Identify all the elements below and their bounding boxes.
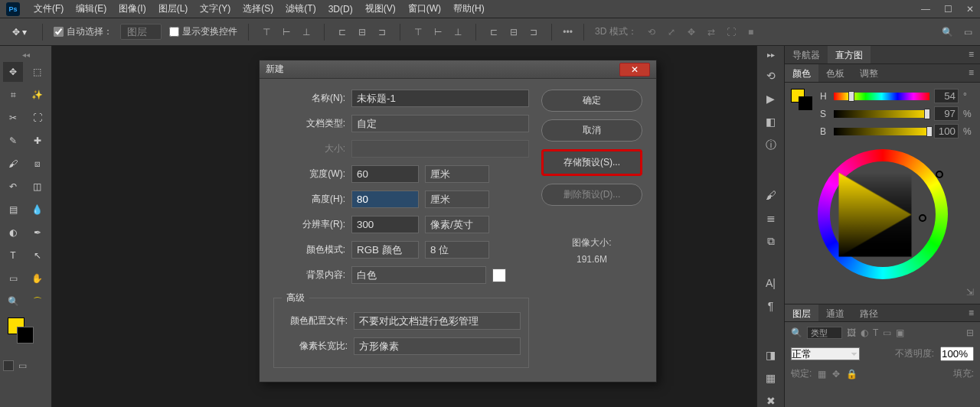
- type-tool[interactable]: T: [3, 246, 23, 265]
- toolbox-collapse[interactable]: ◂◂: [3, 50, 48, 59]
- actions-panel-icon[interactable]: ▶: [766, 93, 775, 105]
- bg-chip[interactable]: [799, 96, 812, 110]
- dialog-close-button[interactable]: ✕: [619, 63, 650, 77]
- maximize-icon[interactable]: ☐: [944, 4, 952, 15]
- filter-search-icon[interactable]: 🔍: [791, 327, 802, 338]
- eyedropper-tool[interactable]: ✎: [3, 131, 23, 151]
- width-input[interactable]: [351, 165, 419, 183]
- distribute-top-icon[interactable]: ⊤: [411, 25, 425, 39]
- cancel-button[interactable]: 取消: [541, 119, 642, 142]
- path-select-tool[interactable]: ↖: [28, 246, 47, 265]
- screenmode-icon[interactable]: ▭: [18, 360, 27, 371]
- auto-select-checkbox[interactable]: 自动选择：: [54, 25, 113, 38]
- lock-position-icon[interactable]: ✥: [832, 369, 840, 379]
- panel-resize-icon[interactable]: ⇲: [791, 287, 974, 298]
- colormode-select[interactable]: RGB 颜色: [351, 241, 419, 259]
- lock-pixel-icon[interactable]: ▦: [818, 369, 826, 379]
- move-tool-icon[interactable]: ✥ ▾: [8, 25, 31, 39]
- channels-tab[interactable]: 通道: [818, 304, 852, 321]
- menu-window[interactable]: 窗口(W): [402, 2, 447, 15]
- align-top-icon[interactable]: ⊤: [260, 25, 273, 39]
- paths-tab[interactable]: 路径: [852, 304, 886, 321]
- dodge-tool[interactable]: ◐: [3, 223, 23, 243]
- panel-menu-icon[interactable]: ≡: [962, 304, 980, 321]
- hue-slider[interactable]: [834, 93, 929, 100]
- show-transform-checkbox[interactable]: 显示变换控件: [169, 25, 237, 38]
- filter-shape-icon[interactable]: ▭: [883, 327, 891, 338]
- 3d-camera-icon[interactable]: ■: [744, 25, 758, 39]
- align-left-icon[interactable]: ⊏: [335, 25, 349, 39]
- navigator-tab[interactable]: 导航器: [785, 46, 828, 63]
- 3d-slide-icon[interactable]: ⇄: [704, 25, 718, 39]
- color-tab[interactable]: 颜色: [785, 64, 818, 82]
- align-right-icon[interactable]: ⊐: [375, 25, 389, 39]
- color-swatches[interactable]: [3, 317, 48, 345]
- bri-input[interactable]: [934, 124, 959, 138]
- sat-slider[interactable]: [834, 110, 929, 118]
- menu-file[interactable]: 文件(F): [28, 2, 70, 15]
- menu-edit[interactable]: 编辑(E): [70, 2, 113, 15]
- colordepth-select[interactable]: 8 位: [425, 241, 489, 259]
- blur-tool[interactable]: 💧: [28, 200, 47, 220]
- hand-tool[interactable]: ✋: [28, 269, 47, 288]
- zoom-tool[interactable]: 🔍: [3, 291, 23, 311]
- history-panel-icon[interactable]: ⟲: [766, 70, 776, 82]
- gradient-tool[interactable]: ▤: [3, 200, 23, 220]
- marquee-tool[interactable]: ⬚: [28, 62, 47, 82]
- filter-pixel-icon[interactable]: 🖼: [847, 327, 856, 338]
- doctype-select[interactable]: 自定: [351, 115, 529, 132]
- color-wheel[interactable]: [818, 149, 948, 279]
- layers-panel-icon[interactable]: ◨: [766, 349, 776, 361]
- distribute-hcenter-icon[interactable]: ⊟: [507, 25, 521, 39]
- save-preset-button[interactable]: 存储预设(S)...: [541, 149, 642, 176]
- close-icon[interactable]: ✕: [966, 4, 974, 15]
- filter-adjust-icon[interactable]: ◐: [861, 327, 868, 338]
- menu-help[interactable]: 帮助(H): [447, 2, 491, 15]
- character-panel-icon[interactable]: A|: [766, 277, 776, 289]
- collapse-panels-icon[interactable]: ▸▸: [767, 50, 775, 59]
- eraser-tool[interactable]: ◫: [28, 177, 47, 197]
- tools-panel-icon[interactable]: ✖: [766, 395, 776, 407]
- properties-panel-icon[interactable]: ◧: [766, 116, 776, 128]
- lock-all-icon[interactable]: 🔒: [846, 369, 858, 379]
- height-unit-select[interactable]: 厘米: [425, 190, 489, 208]
- sat-input[interactable]: [934, 106, 959, 121]
- width-unit-select[interactable]: 厘米: [425, 165, 489, 183]
- search-icon[interactable]: 🔍: [942, 27, 953, 37]
- menu-view[interactable]: 视图(V): [359, 2, 402, 15]
- filter-smart-icon[interactable]: ▣: [896, 327, 904, 338]
- history-brush-tool[interactable]: ↶: [3, 177, 23, 197]
- layer-filter-kind[interactable]: 类型: [807, 327, 842, 339]
- hue-input[interactable]: [934, 89, 959, 103]
- slice-tool[interactable]: ⛶: [28, 108, 47, 128]
- opacity-input[interactable]: [940, 347, 974, 361]
- aspect-select[interactable]: 方形像素: [354, 337, 521, 355]
- 3d-zoom-icon[interactable]: ⛶: [724, 25, 738, 39]
- align-vcenter-icon[interactable]: ⊢: [279, 25, 293, 39]
- swatch-tab[interactable]: 色板: [818, 64, 852, 82]
- name-input[interactable]: [351, 90, 529, 107]
- bg-color-chip[interactable]: [492, 269, 506, 282]
- quickmask-icon[interactable]: [3, 360, 14, 371]
- stamp-tool[interactable]: ⧇: [28, 154, 47, 174]
- 3d-orbit-icon[interactable]: ⟲: [645, 25, 658, 39]
- menu-select[interactable]: 选择(S): [237, 2, 279, 15]
- lasso-tool[interactable]: ⌗: [3, 85, 23, 105]
- brush-tool[interactable]: 🖌: [3, 154, 23, 174]
- ok-button[interactable]: 确定: [541, 90, 642, 112]
- minimize-icon[interactable]: —: [921, 4, 930, 15]
- distribute-bottom-icon[interactable]: ⊥: [451, 25, 465, 39]
- panel-menu-icon[interactable]: ≡: [962, 64, 980, 82]
- resolution-input[interactable]: [351, 216, 419, 233]
- dialog-titlebar[interactable]: 新建 ✕: [260, 60, 656, 79]
- 3d-roll-icon[interactable]: ⤢: [665, 25, 678, 39]
- 3d-pan-icon[interactable]: ✥: [684, 25, 698, 39]
- info-panel-icon[interactable]: ⓘ: [766, 138, 776, 152]
- distribute-vcenter-icon[interactable]: ⊢: [431, 25, 445, 39]
- wand-tool[interactable]: ✨: [28, 85, 47, 105]
- menu-3d[interactable]: 3D(D): [322, 4, 359, 15]
- menu-type[interactable]: 文字(Y): [194, 2, 237, 15]
- pen-tool[interactable]: ✒: [28, 223, 47, 243]
- move-tool[interactable]: ✥: [3, 62, 23, 82]
- brush-presets-icon[interactable]: ≣: [766, 212, 776, 224]
